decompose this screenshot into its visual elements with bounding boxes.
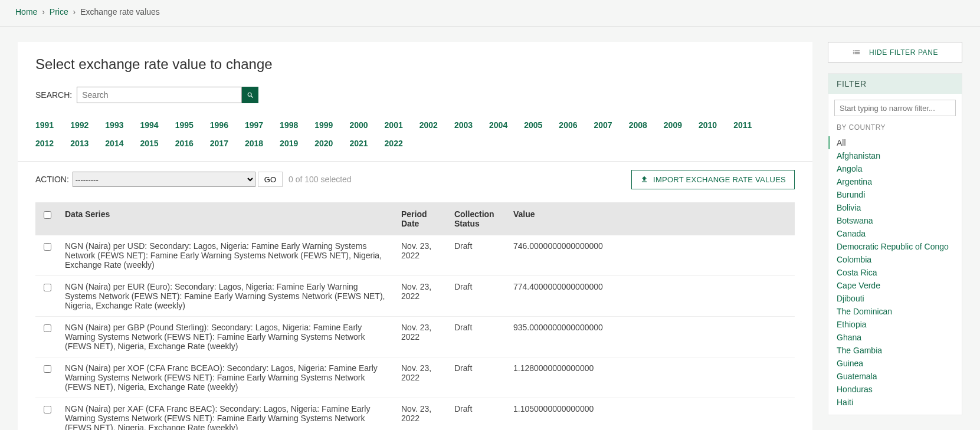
breadcrumb-home[interactable]: Home (15, 7, 37, 17)
filter-group-country: BY COUNTRY AllAfghanistanAngolaArgentina… (828, 123, 962, 415)
filter-country-item: Afghanistan (837, 149, 953, 162)
year-link[interactable]: 2007 (594, 116, 612, 134)
year-link[interactable]: 2005 (524, 116, 542, 134)
filter-country-link[interactable]: Haiti (837, 396, 953, 409)
row-checkbox[interactable] (44, 243, 51, 251)
filter-country-link[interactable]: Guatemala (837, 370, 953, 383)
year-link[interactable]: 2011 (733, 116, 752, 134)
filter-country-item: Ethiopia (837, 318, 953, 331)
row-checkbox[interactable] (44, 406, 51, 413)
year-link[interactable]: 2019 (280, 134, 298, 153)
filter-country-link[interactable]: Djibouti (837, 292, 953, 305)
select-all-header (35, 202, 59, 235)
filter-country-link[interactable]: Ethiopia (837, 318, 953, 331)
cell-date: Nov. 23, 2022 (395, 235, 448, 276)
select-all-checkbox[interactable] (44, 211, 51, 219)
cell-series[interactable]: NGN (Naira) per EUR (Euro): Secondary: L… (59, 275, 395, 316)
search-button[interactable] (242, 87, 258, 103)
year-link[interactable]: 1995 (175, 116, 194, 134)
year-link[interactable]: 2006 (559, 116, 577, 134)
year-link[interactable]: 1997 (245, 116, 263, 134)
year-link[interactable]: 2000 (349, 116, 368, 134)
year-link[interactable]: 2020 (314, 134, 333, 153)
go-button[interactable]: GO (258, 172, 283, 187)
filter-country-link[interactable]: Costa Rica (837, 266, 953, 279)
filter-box: FILTER BY COUNTRY AllAfghanistanAngolaAr… (828, 73, 962, 415)
filter-country-link[interactable]: Burundi (837, 188, 953, 201)
hide-filter-button[interactable]: HIDE FILTER PANE (828, 42, 962, 63)
cell-status: Draft (448, 235, 507, 276)
filter-country-item: The Dominican (837, 305, 953, 318)
filter-country-item: Cape Verde (837, 279, 953, 292)
year-link[interactable]: 1992 (70, 116, 89, 134)
year-link[interactable]: 2001 (385, 116, 403, 134)
column-collection-status[interactable]: Collection Status (448, 202, 507, 235)
year-link[interactable]: 2008 (629, 116, 647, 134)
breadcrumb-current: Exchange rate values (80, 7, 160, 17)
filter-country-link[interactable]: The Gambia (837, 344, 953, 357)
year-link[interactable]: 2003 (454, 116, 473, 134)
year-link[interactable]: 2022 (385, 134, 403, 153)
filter-country-link[interactable]: Ghana (837, 331, 953, 344)
cell-series[interactable]: NGN (Naira) per GBP (Pound Sterling): Se… (59, 316, 395, 357)
year-link[interactable]: 2004 (489, 116, 507, 134)
search-input[interactable] (77, 87, 242, 103)
year-link[interactable]: 2010 (699, 116, 717, 134)
year-link[interactable]: 2002 (419, 116, 438, 134)
filter-country-item: Ghana (837, 331, 953, 344)
year-link[interactable]: 2013 (70, 134, 89, 153)
filter-country-link[interactable]: Honduras (837, 383, 953, 396)
column-value[interactable]: Value (507, 202, 795, 235)
list-icon (852, 48, 861, 57)
year-link[interactable]: 1993 (105, 116, 123, 134)
filter-country-link[interactable]: Colombia (837, 253, 953, 266)
filter-country-link[interactable]: Afghanistan (837, 149, 953, 162)
filter-country-link[interactable]: Canada (837, 227, 953, 240)
filter-country-item: Guatemala (837, 370, 953, 383)
year-link[interactable]: 2016 (175, 134, 194, 153)
row-checkbox[interactable] (44, 324, 51, 332)
filter-country-link[interactable]: All (837, 136, 953, 149)
search-icon (247, 91, 254, 99)
column-data-series[interactable]: Data Series (59, 202, 395, 235)
cell-value: 774.4000000000000000 (507, 275, 795, 316)
cell-status: Draft (448, 316, 507, 357)
cell-value: 1.1280000000000000 (507, 357, 795, 398)
year-link[interactable]: 2009 (664, 116, 682, 134)
row-checkbox[interactable] (44, 365, 51, 373)
import-button[interactable]: IMPORT EXCHANGE RATE VALUES (631, 170, 795, 189)
filter-country-link[interactable]: Guinea (837, 357, 953, 370)
filter-country-link[interactable]: Argentina (837, 175, 953, 188)
row-checkbox[interactable] (44, 284, 51, 291)
filter-country-link[interactable]: Angola (837, 162, 953, 175)
filter-country-item: Botswana (837, 214, 953, 227)
cell-series[interactable]: NGN (Naira) per XAF (CFA Franc BEAC): Se… (59, 398, 395, 430)
filter-country-link[interactable]: The Dominican (837, 305, 953, 318)
table-row: NGN (Naira) per XAF (CFA Franc BEAC): Se… (35, 398, 795, 430)
action-select[interactable]: --------- (73, 172, 255, 187)
year-link[interactable]: 2015 (140, 134, 158, 153)
year-link[interactable]: 2017 (210, 134, 228, 153)
year-link[interactable]: 1994 (140, 116, 158, 134)
column-period-date[interactable]: Period Date (395, 202, 448, 235)
filter-country-link[interactable]: Cape Verde (837, 279, 953, 292)
year-link[interactable]: 1996 (210, 116, 228, 134)
year-link[interactable]: 1991 (35, 116, 54, 134)
filter-country-link[interactable]: Bolivia (837, 201, 953, 214)
year-link[interactable]: 2018 (245, 134, 263, 153)
cell-status: Draft (448, 398, 507, 430)
year-links: 1991199219931994199519961997199819992000… (35, 116, 795, 153)
filter-search-input[interactable] (834, 100, 956, 116)
year-link[interactable]: 2012 (35, 134, 54, 153)
cell-series[interactable]: NGN (Naira) per XOF (CFA Franc BCEAO): S… (59, 357, 395, 398)
year-link[interactable]: 2014 (105, 134, 123, 153)
table-row: NGN (Naira) per EUR (Euro): Secondary: L… (35, 275, 795, 316)
cell-series[interactable]: NGN (Naira) per USD: Secondary: Lagos, N… (59, 235, 395, 276)
year-link[interactable]: 1999 (314, 116, 333, 134)
year-link[interactable]: 1998 (280, 116, 298, 134)
breadcrumb-price[interactable]: Price (50, 7, 68, 17)
year-link[interactable]: 2021 (349, 134, 368, 153)
filter-country-link[interactable]: Botswana (837, 214, 953, 227)
filter-country-link[interactable]: Democratic Republic of Congo (837, 240, 953, 253)
action-label: ACTION: (35, 175, 69, 184)
